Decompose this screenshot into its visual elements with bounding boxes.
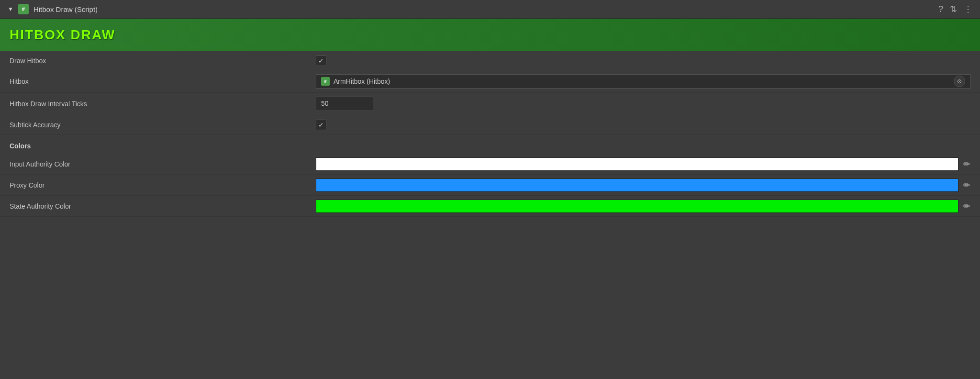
input-authority-edit-icon[interactable]: ✏ xyxy=(963,159,970,169)
subtick-accuracy-value: ✓ xyxy=(316,120,970,130)
colors-section-label: Colors xyxy=(10,142,31,150)
input-authority-color-value: ✏ xyxy=(316,157,970,171)
hitbox-object-field[interactable]: # ArmHitbox (Hitbox) ⊙ xyxy=(316,74,970,89)
state-authority-edit-icon[interactable]: ✏ xyxy=(963,201,970,212)
input-authority-color-swatch[interactable] xyxy=(316,157,958,171)
state-authority-color-value: ✏ xyxy=(316,200,970,213)
inspector-panel: ▼ # Hitbox Draw (Script) ? ⇅ ⋮ HITBOX DR… xyxy=(0,0,980,379)
proxy-color-label: Proxy Color xyxy=(10,181,316,189)
hitbox-row: Hitbox # ArmHitbox (Hitbox) ⊙ xyxy=(0,70,980,93)
panel-header-right: ? ⇅ ⋮ xyxy=(938,4,972,14)
collapse-arrow-icon[interactable]: ▼ xyxy=(8,6,13,12)
component-banner-title: HITBOX DRAW xyxy=(10,27,115,42)
input-authority-color-row: Input Authority Color ✏ xyxy=(0,154,980,175)
panel-title: Hitbox Draw (Script) xyxy=(33,5,98,13)
subtick-accuracy-check-icon: ✓ xyxy=(318,121,324,129)
proxy-color-value: ✏ xyxy=(316,178,970,192)
interval-ticks-input[interactable]: 50 xyxy=(316,97,373,111)
hitbox-picker-button[interactable]: ⊙ xyxy=(954,76,965,87)
draw-hitbox-value: ✓ xyxy=(316,56,970,66)
hitbox-label: Hitbox xyxy=(10,78,316,85)
subtick-accuracy-checkbox[interactable]: ✓ xyxy=(316,120,326,130)
hitbox-object-icon: # xyxy=(321,77,330,86)
state-authority-color-row: State Authority Color ✏ xyxy=(0,196,980,217)
hitbox-object-text: ArmHitbox (Hitbox) xyxy=(334,78,390,85)
panel-header-left: ▼ # Hitbox Draw (Script) xyxy=(8,4,98,14)
interval-ticks-label: Hitbox Draw Interval Ticks xyxy=(10,100,316,108)
subtick-accuracy-label: Subtick Accuracy xyxy=(10,121,316,129)
proxy-color-swatch[interactable] xyxy=(316,178,958,192)
layout-icon[interactable]: ⇅ xyxy=(950,4,957,14)
help-icon[interactable]: ? xyxy=(938,4,943,14)
draw-hitbox-check-icon: ✓ xyxy=(318,57,324,65)
interval-ticks-value: 50 xyxy=(316,97,970,111)
more-options-icon[interactable]: ⋮ xyxy=(964,4,972,14)
colors-section-header: Colors xyxy=(0,134,980,154)
draw-hitbox-label: Draw Hitbox xyxy=(10,57,316,65)
state-authority-color-swatch[interactable] xyxy=(316,200,958,213)
proxy-edit-icon[interactable]: ✏ xyxy=(963,180,970,190)
component-banner: HITBOX DRAW xyxy=(0,19,980,51)
hitbox-value: # ArmHitbox (Hitbox) ⊙ xyxy=(316,74,970,89)
script-icon: # xyxy=(18,4,29,14)
state-authority-color-label: State Authority Color xyxy=(10,202,316,210)
proxy-color-row: Proxy Color ✏ xyxy=(0,175,980,196)
input-authority-color-label: Input Authority Color xyxy=(10,160,316,168)
properties-section: Draw Hitbox ✓ Hitbox # ArmHitbox (Hitbox… xyxy=(0,51,980,217)
subtick-accuracy-row: Subtick Accuracy ✓ xyxy=(0,115,980,134)
interval-ticks-row: Hitbox Draw Interval Ticks 50 xyxy=(0,93,980,115)
draw-hitbox-row: Draw Hitbox ✓ xyxy=(0,51,980,70)
panel-header: ▼ # Hitbox Draw (Script) ? ⇅ ⋮ xyxy=(0,0,980,19)
draw-hitbox-checkbox[interactable]: ✓ xyxy=(316,56,326,66)
